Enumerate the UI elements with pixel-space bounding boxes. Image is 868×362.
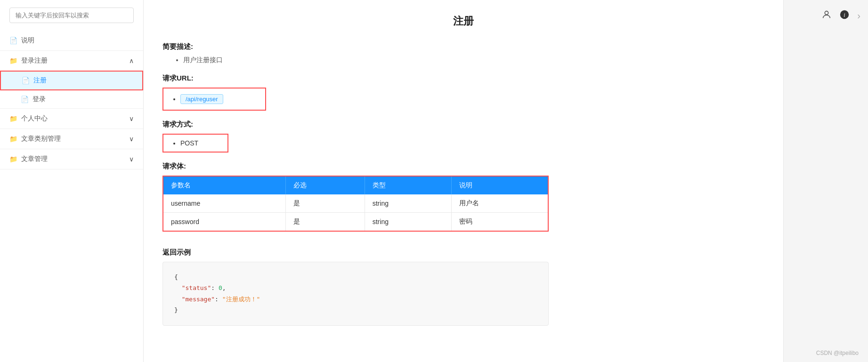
method-box: POST [162, 134, 228, 153]
sidebar-subitem-label: 注册 [33, 76, 47, 85]
doc-icon: 📄 [9, 37, 17, 44]
svg-text:i: i [844, 12, 845, 18]
chevron-up-icon: ∧ [129, 57, 134, 64]
sidebar-group-label-text: 登录注册 [21, 56, 48, 65]
right-panel: i › [783, 0, 868, 362]
cell-type: string [365, 194, 451, 213]
table-row: username 是 string 用户名 [163, 194, 548, 213]
doc-icon-zhuce: 📄 [22, 77, 30, 84]
method-section: 请求方式: POST [162, 120, 764, 162]
params-table: 参数名 必选 类型 说明 username 是 string 用户名 passw… [163, 177, 548, 231]
doc-icon-denglu: 📄 [21, 96, 29, 103]
cell-desc: 用户名 [452, 194, 548, 213]
sidebar-item-label: 说明 [21, 36, 34, 45]
table-row: password 是 string 密码 [163, 213, 548, 231]
folder-icon-wenzhang: 📁 [9, 155, 17, 163]
chevron-down-icon-geren: ∨ [129, 115, 134, 122]
url-value: /api/reguser [180, 94, 223, 104]
svg-point-0 [825, 11, 828, 15]
sidebar-group-label-text: 文章类别管理 [21, 135, 61, 143]
sidebar-group-label-text: 文章管理 [21, 155, 48, 163]
sidebar-section-dengluzhuce: 📁 登录注册 ∧ 📄 注册 📄 登录 [0, 51, 143, 109]
chevron-down-icon-wenzhang: ∨ [129, 155, 134, 163]
cell-param: password [163, 213, 286, 231]
cell-type: string [365, 213, 451, 231]
table-header-row: 参数名 必选 类型 说明 [163, 177, 548, 194]
sidebar-group-geren[interactable]: 📁 个人中心 ∨ [0, 109, 143, 129]
cell-required: 是 [286, 194, 365, 213]
sidebar-subitem-zhuce[interactable]: 📄 注册 [0, 71, 143, 90]
method-value: POST [180, 139, 198, 147]
folder-icon-leibie: 📁 [9, 135, 17, 143]
col-param: 参数名 [163, 177, 286, 194]
return-section: 返回示例 { "status": 0, "message": "注册成功！" } [162, 248, 764, 326]
sidebar-section-shuoming: 📄 说明 [0, 31, 143, 51]
return-label: 返回示例 [162, 248, 764, 257]
url-label: 请求URL: [162, 74, 764, 83]
folder-icon-geren: 📁 [9, 115, 17, 122]
method-label: 请求方式: [162, 120, 764, 129]
cell-required: 是 [286, 213, 365, 231]
body-section: 请求体: 参数名 必选 类型 说明 username 是 string [162, 162, 764, 244]
params-table-container: 参数名 必选 类型 说明 username 是 string 用户名 passw… [162, 176, 549, 232]
url-box: /api/reguser [162, 88, 266, 111]
chevron-right-icon[interactable]: › [857, 10, 860, 21]
sidebar-search-area [0, 0, 143, 31]
main-content: 注册 简要描述: 用户注册接口 请求URL: /api/reguser 请求方式… [144, 0, 783, 362]
info-icon[interactable]: i [839, 9, 850, 22]
user-icon[interactable] [821, 9, 832, 22]
sidebar: 📄 说明 📁 登录注册 ∧ 📄 注册 📄 登录 📁 个人中心 ∨ 📁 文 [0, 0, 144, 362]
chevron-down-icon-leibie: ∨ [129, 135, 134, 143]
page-title: 注册 [162, 14, 764, 28]
sidebar-group-wenzhang[interactable]: 📁 文章管理 ∨ [0, 149, 143, 169]
sidebar-group-label-text: 个人中心 [21, 114, 48, 123]
sidebar-item-shuoming[interactable]: 📄 说明 [0, 31, 143, 50]
body-label: 请求体: [162, 162, 764, 171]
watermark: CSDN @itpeilibo [816, 350, 859, 356]
sidebar-section-wenzhang: 📁 文章管理 ∨ [0, 149, 143, 169]
col-desc: 说明 [452, 177, 548, 194]
sidebar-section-geren: 📁 个人中心 ∨ [0, 109, 143, 129]
url-section: 请求URL: /api/reguser [162, 74, 764, 120]
right-panel-icons: i › [821, 9, 860, 22]
sidebar-group-dengluzhuce[interactable]: 📁 登录注册 ∧ [0, 51, 143, 71]
brief-section: 简要描述: 用户注册接口 [162, 42, 764, 64]
col-type: 类型 [365, 177, 451, 194]
sidebar-section-leibie: 📁 文章类别管理 ∨ [0, 129, 143, 149]
cell-param: username [163, 194, 286, 213]
col-required: 必选 [286, 177, 365, 194]
cell-desc: 密码 [452, 213, 548, 231]
folder-icon: 📁 [9, 57, 17, 64]
code-block: { "status": 0, "message": "注册成功！" } [162, 262, 549, 326]
brief-content: 用户注册接口 [183, 56, 764, 64]
sidebar-subitem-denglu[interactable]: 📄 登录 [0, 90, 143, 108]
brief-label: 简要描述: [162, 42, 764, 51]
sidebar-group-leibie[interactable]: 📁 文章类别管理 ∨ [0, 129, 143, 149]
sidebar-subitem-label: 登录 [32, 95, 46, 104]
search-input[interactable] [9, 8, 134, 23]
